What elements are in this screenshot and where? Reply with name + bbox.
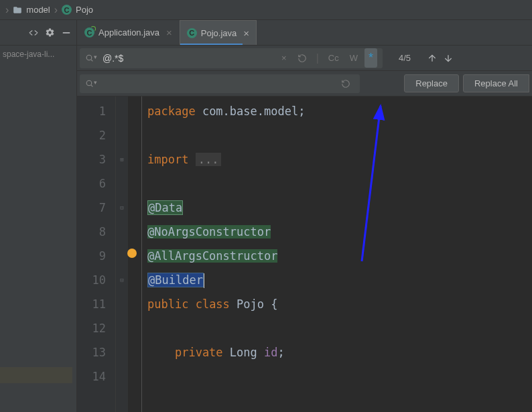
svg-point-1 [86,55,92,60]
sidebar-item-label[interactable]: space-java-li... [3,50,74,59]
breadcrumb-item-model[interactable]: model [13,5,50,15]
close-icon[interactable]: × [243,27,249,39]
line-gutter: 1 2 3 6 7 8 9 10 11 12 13 14 [77,96,116,412]
line-number: 8 [80,220,106,244]
breadcrumb-label: model [26,5,50,15]
lightbulb-icon[interactable] [127,249,137,258]
line-number: 14 [80,364,106,389]
line-number: 9 [80,244,106,268]
next-match-icon[interactable] [440,50,456,66]
tab-pojo[interactable]: C Pojo.java × [180,20,257,45]
breadcrumb: › model › C Pojo [0,0,532,20]
match-current: @Builder [147,273,204,287]
match-case-toggle[interactable]: Cc [324,50,343,66]
search-icon[interactable]: ▾ [85,79,97,88]
code-editor[interactable]: 1 2 3 6 7 8 9 10 11 12 13 14 ⊞ ⊟ ⊟ packa… [77,96,532,412]
breadcrumb-label: Pojo [76,5,93,15]
match-word-toggle[interactable]: W [346,50,362,66]
line-number: 2 [80,123,106,147]
search-icon[interactable]: ▾ [85,54,97,62]
match-highlight: @NoArgsConstructor [147,225,271,238]
line-number: 7 [80,196,106,220]
fold-gutter: ⊞ ⊟ ⊟ [116,96,128,412]
gear-icon[interactable] [45,27,55,38]
class-icon: C [187,28,197,38]
left-toolbar [0,20,77,45]
line-number: 10 [80,268,106,292]
find-field[interactable]: ▾ × | Cc W * [80,48,383,68]
class-icon: C [84,27,94,38]
replace-button[interactable]: Replace [404,74,459,92]
replace-field[interactable]: ▾ [80,74,360,93]
clear-icon[interactable]: × [277,50,291,66]
fold-collapse-icon[interactable]: ⊟ [116,268,128,292]
breadcrumb-chevron-icon: › [5,4,9,16]
line-number: 6 [80,171,106,196]
fold-expand-icon[interactable]: ⊞ [116,147,128,171]
find-bar: ▾ × | Cc W * 4/5 [77,46,532,71]
prev-match-icon[interactable] [424,50,440,66]
regex-toggle[interactable]: * [364,48,377,68]
editor-tabs: C Application.java × C Pojo.java × [77,20,257,45]
tab-label: Pojo.java [201,28,237,38]
line-number: 13 [80,340,106,364]
minimize-icon[interactable] [62,28,71,38]
svg-point-2 [86,80,92,86]
history-icon[interactable] [293,51,311,66]
expand-icon[interactable] [29,28,38,38]
code-text[interactable]: package com.base.model; import ... @Data… [141,96,532,412]
replace-bar: ▾ Replace Replace All [77,71,532,96]
tab-application[interactable]: C Application.java × [77,20,180,45]
svg-rect-0 [63,32,70,33]
match-highlight: @Data [147,200,183,215]
breadcrumb-item-pojo[interactable]: C Pojo [62,5,93,15]
fold-placeholder[interactable]: ... [196,153,222,166]
line-number: 11 [80,292,106,316]
sidebar-selection [0,367,72,383]
replace-input[interactable] [97,78,337,89]
line-number: 12 [80,316,106,340]
line-number: 3 [80,147,106,171]
history-icon[interactable] [337,76,354,91]
find-input[interactable] [103,53,272,64]
replace-all-button[interactable]: Replace All [463,74,529,92]
class-icon: C [62,5,72,15]
folder-icon [13,5,22,15]
line-number: 1 [80,99,106,123]
project-sidebar: space-java-li... [0,46,77,412]
match-count: 4/5 [385,53,424,63]
fold-collapse-icon[interactable]: ⊟ [116,196,128,220]
tab-label: Application.java [98,27,159,38]
close-icon[interactable]: × [166,27,172,38]
breadcrumb-chevron-icon: › [54,4,58,16]
match-highlight: @AllArgsConstructor [147,249,277,263]
